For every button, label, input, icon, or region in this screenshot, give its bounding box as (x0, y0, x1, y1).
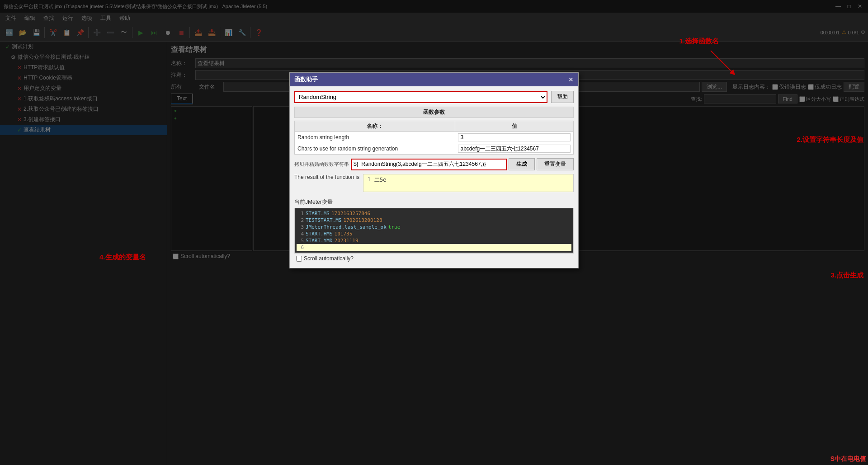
modal-titlebar: 函数助手 ✕ (290, 73, 578, 86)
result-area: 1 二5e (363, 174, 574, 192)
function-selector-row: RandomString 帮助 (294, 91, 574, 103)
param-value-2[interactable] (455, 143, 574, 155)
function-select[interactable]: RandomString (294, 91, 547, 103)
vars-line-6: 6 (297, 244, 571, 251)
modal-scroll-auto-label: Scroll automatically? (304, 255, 354, 262)
modal-body: RandomString 帮助 函数参数 名称： 值 Random string… (290, 86, 578, 268)
vars-line-3: 3 JMeterThread.last_sample_ok true (297, 224, 571, 230)
param-name-2: Chars to use for random string generatio… (295, 143, 455, 155)
result-linenum: 1 (365, 176, 374, 190)
result-label: The result of the function is (294, 174, 359, 180)
params-table: 名称： 值 Random string length Chars to use … (294, 121, 574, 155)
param-value-input-2[interactable] (458, 145, 571, 153)
param-value-1[interactable] (455, 132, 574, 143)
function-helper-modal: 函数助手 ✕ RandomString 帮助 函数参数 名称： 值 (289, 72, 579, 268)
copy-paste-row: 拷贝并粘贴函数数字符串 生成 重置变量 (294, 158, 574, 170)
jmeter-vars-label: 当前JMeter变量 (294, 198, 574, 206)
col-name-header: 名称： (295, 121, 455, 132)
param-name-1: Random string length (295, 132, 455, 143)
modal-close-button[interactable]: ✕ (568, 76, 574, 83)
param-value-input-1[interactable] (458, 133, 571, 141)
help-button[interactable]: 帮助 (551, 91, 574, 103)
logo-watermark: S中在电电值 (830, 455, 866, 463)
param-row-1: Random string length (295, 132, 574, 143)
vars-line-1: 1 START.MS 1702163257846 (297, 210, 571, 217)
generate-button[interactable]: 生成 (509, 158, 535, 170)
result-row: The result of the function is 1 二5e (294, 174, 574, 196)
modal-title: 函数助手 (294, 75, 318, 84)
param-row-2: Chars to use for random string generatio… (295, 143, 574, 155)
vars-area: 1 START.MS 1702163257846 2 TESTSTART.MS … (294, 208, 574, 253)
copy-label: 拷贝并粘贴函数数字符串 (294, 161, 349, 168)
vars-line-4: 4 START.HMS 101735 (297, 230, 571, 237)
params-title: 函数参数 (294, 107, 574, 118)
modal-scroll-auto-row: Scroll automatically? (294, 253, 574, 263)
modal-overlay: 函数助手 ✕ RandomString 帮助 函数参数 名称： 值 (0, 0, 868, 465)
result-value: 二5e (374, 176, 386, 190)
col-value-header: 值 (455, 121, 574, 132)
reset-button[interactable]: 重置变量 (537, 158, 574, 170)
vars-line-2: 2 TESTSTART.MS 1702613200128 (297, 217, 571, 224)
function-string-input[interactable] (351, 159, 507, 170)
vars-line-5: 5 START.YMD 20231119 (297, 237, 571, 244)
modal-scroll-auto-checkbox[interactable] (296, 256, 302, 262)
